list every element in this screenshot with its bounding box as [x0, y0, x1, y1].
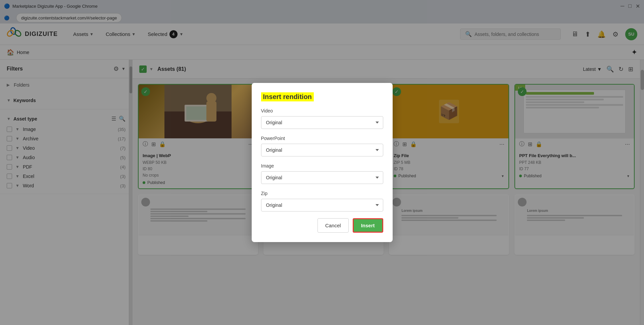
- video-field: Video Original HD SD Thumbnail: [261, 108, 383, 129]
- insert-rendition-modal: Insert rendition Video Original HD SD Th…: [252, 83, 393, 242]
- video-label: Video: [261, 108, 383, 113]
- powerpoint-select[interactable]: Original: [261, 144, 383, 156]
- insert-button[interactable]: Insert: [353, 218, 383, 233]
- modal-title: Insert rendition: [261, 92, 314, 101]
- zip-field: Zip Original: [261, 191, 383, 212]
- modal-overlay[interactable]: Insert rendition Video Original HD SD Th…: [0, 0, 644, 325]
- image-label: Image: [261, 163, 383, 169]
- video-select[interactable]: Original HD SD Thumbnail: [261, 116, 383, 129]
- modal-footer: Cancel Insert: [261, 218, 383, 233]
- zip-select[interactable]: Original: [261, 199, 383, 212]
- powerpoint-label: PowerPoint: [261, 136, 383, 141]
- image-field: Image Original Thumbnail Preview: [261, 163, 383, 184]
- image-select[interactable]: Original Thumbnail Preview: [261, 171, 383, 184]
- powerpoint-field: PowerPoint Original: [261, 136, 383, 156]
- cancel-button[interactable]: Cancel: [317, 218, 349, 233]
- zip-label: Zip: [261, 191, 383, 196]
